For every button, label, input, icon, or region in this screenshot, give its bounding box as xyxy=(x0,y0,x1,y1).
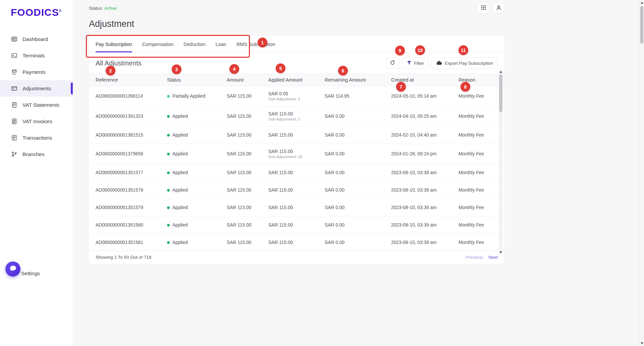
status-value: Active xyxy=(104,6,117,11)
sidebar-item-terminals[interactable]: Terminals xyxy=(0,47,73,64)
cell-remaining-amount: SAR 0.00 xyxy=(325,114,391,119)
dashboard-icon xyxy=(11,36,17,42)
table-header-row: Reference Status Amount Applied Amount R… xyxy=(89,73,504,86)
scroll-up-arrow-icon[interactable] xyxy=(641,2,643,4)
refresh-icon xyxy=(390,60,395,66)
main-content: Status: Active Adjustment Pay Subscripti… xyxy=(73,0,639,346)
cell-amount: SAR 115.00 xyxy=(227,133,268,138)
table-scrollbar-thumb[interactable] xyxy=(499,75,502,112)
applied-amount-value: SAR 115.00 xyxy=(268,149,293,154)
cell-status: Applied xyxy=(167,223,227,228)
tab-compensation[interactable]: Compensation xyxy=(142,36,174,52)
chat-launcher-button[interactable] xyxy=(5,261,20,277)
column-header-amount: Amount xyxy=(227,77,268,83)
page-scrollbar-thumb[interactable] xyxy=(640,6,643,44)
adjustments-icon xyxy=(11,85,17,92)
cell-created-at: 2024-04-10, 05:25 am xyxy=(391,114,459,119)
status-label: Applied xyxy=(172,188,188,193)
sidebar-item-label: VAT Statements xyxy=(22,102,59,108)
status-label: Partially Applied xyxy=(172,94,205,99)
cell-remaining-amount: SAR 114.95 xyxy=(325,94,391,99)
table-row[interactable]: AD0000000001351579 Applied SAR 115.00 SA… xyxy=(89,199,504,216)
sidebar-item-adjustments[interactable]: Adjustments xyxy=(0,80,73,97)
cell-remaining-amount: SAR 0.00 xyxy=(325,223,391,228)
export-pay-subscription-button[interactable]: Export Pay Subscription xyxy=(431,57,498,69)
page-title: Adjustment xyxy=(89,19,504,29)
table-row[interactable]: AD0000000001351578 Applied SAR 115.00 SA… xyxy=(89,182,504,199)
pagination-summary: Showing 1 To 50 Out of 718 xyxy=(96,255,151,260)
table-row[interactable]: AD0000000001381515 Applied SAR 115.00 SA… xyxy=(89,127,504,144)
table-toolbar: All Adjustments Filter Export Pay Subscr… xyxy=(89,53,504,73)
cell-reference: AD0000000001379656 xyxy=(96,151,167,156)
cell-applied-amount: SAR 0.05Sub-Adjustment: 3 xyxy=(268,91,325,101)
cell-applied-amount: SAR 115.00Sub-Adjustment: 2 xyxy=(268,111,325,121)
cell-remaining-amount: SAR 0.00 xyxy=(325,151,391,156)
cell-amount: SAR 115.00 xyxy=(227,151,268,156)
status-label: Applied xyxy=(172,240,188,245)
table-row[interactable]: AD0000000001351581 Applied SAR 115.00 SA… xyxy=(89,234,504,251)
cell-applied-amount: SAR 115.00 xyxy=(268,205,325,210)
sidebar: FOODICS® Dashboard Terminals Payments Ad… xyxy=(0,0,73,346)
cell-created-at: 2024-01-28, 09:24 pm xyxy=(391,151,459,156)
cell-remaining-amount: SAR 0.00 xyxy=(325,240,391,245)
table-row[interactable]: AD0000000001398114 Partially Applied SAR… xyxy=(89,86,504,106)
status-dot xyxy=(167,95,170,98)
refresh-button[interactable] xyxy=(386,57,399,69)
foodics-logo[interactable]: FOODICS® xyxy=(11,7,73,18)
cell-reference: AD0000000001381515 xyxy=(96,133,167,138)
sidebar-item-vat-invoices[interactable]: VAT Invoices xyxy=(0,113,73,130)
cell-reason: Monthly Fee xyxy=(459,133,493,138)
status-dot xyxy=(167,224,170,227)
tab-loan[interactable]: Loan xyxy=(216,36,226,52)
column-header-applied-amount: Applied Amount xyxy=(268,77,325,83)
scroll-up-arrow-icon[interactable] xyxy=(499,71,502,73)
transactions-icon xyxy=(11,135,17,141)
cell-remaining-amount: SAR 0.00 xyxy=(325,170,391,175)
tab-deduction[interactable]: Deduction xyxy=(183,36,205,52)
adjustments-card: Pay Subscription Compensation Deduction … xyxy=(89,36,504,264)
apps-grid-button[interactable] xyxy=(478,2,489,14)
table-row[interactable]: AD0000000001351577 Applied SAR 115.00 SA… xyxy=(89,164,504,182)
status-dot xyxy=(167,189,170,192)
sidebar-item-settings[interactable]: Settings xyxy=(21,270,40,277)
user-menu-button[interactable] xyxy=(493,2,504,14)
filter-button[interactable]: Filter xyxy=(402,57,429,69)
sidebar-item-label: Payments xyxy=(22,69,46,75)
table-row[interactable]: AD0000000001351580 Applied SAR 115.00 SA… xyxy=(89,216,504,234)
sub-adjustment-count: Sub-Adjustment: 2 xyxy=(268,117,300,121)
cell-amount: SAR 115.00 xyxy=(227,240,268,245)
page-scrollbar[interactable] xyxy=(639,0,644,346)
scroll-down-arrow-icon[interactable] xyxy=(641,342,643,344)
sidebar-item-label: Branches xyxy=(22,151,44,157)
sidebar-item-transactions[interactable]: Transactions xyxy=(0,130,73,146)
payments-icon xyxy=(11,69,17,75)
sidebar-item-vat-statements[interactable]: VAT Statements xyxy=(0,97,73,113)
column-header-reference: Reference xyxy=(96,77,167,83)
cell-reference: AD0000000001398114 xyxy=(96,94,167,99)
tab-pay-subscription[interactable]: Pay Subscription xyxy=(96,36,132,52)
status-dot xyxy=(167,115,170,118)
sidebar-item-label: Terminals xyxy=(22,53,45,59)
sidebar-item-dashboard[interactable]: Dashboard xyxy=(0,31,73,47)
cell-status: Applied xyxy=(167,188,227,193)
sidebar-item-payments[interactable]: Payments xyxy=(0,64,73,80)
cell-reason: Monthly Fee xyxy=(459,240,493,245)
account-status: Status: Active xyxy=(89,6,117,11)
sidebar-nav: Dashboard Terminals Payments Adjustments… xyxy=(0,31,73,162)
table-row[interactable]: AD0000000001391323 Applied SAR 115.00 SA… xyxy=(89,106,504,127)
table-scrollbar[interactable] xyxy=(499,69,503,255)
previous-page-link[interactable]: Previous xyxy=(466,255,483,260)
status-dot xyxy=(167,206,170,209)
table-body: AD0000000001398114 Partially Applied SAR… xyxy=(89,86,504,251)
cell-amount: SAR 115.00 xyxy=(227,188,268,193)
status-label: Applied xyxy=(172,223,188,228)
table-heading: All Adjustments xyxy=(96,59,142,67)
cell-created-at: 2024-05-10, 05:14 am xyxy=(391,94,459,99)
cell-created-at: 2023-08-10, 03:39 am xyxy=(391,223,459,228)
tab-rms-subscription[interactable]: RMS Subscription xyxy=(236,36,275,52)
table-row[interactable]: AD0000000001379656 Applied SAR 115.00 SA… xyxy=(89,144,504,164)
sidebar-item-branches[interactable]: Branches xyxy=(0,146,73,162)
cell-reason: Monthly Fee xyxy=(459,223,493,228)
column-header-status: Status xyxy=(167,77,227,83)
next-page-link[interactable]: Next xyxy=(488,255,498,260)
